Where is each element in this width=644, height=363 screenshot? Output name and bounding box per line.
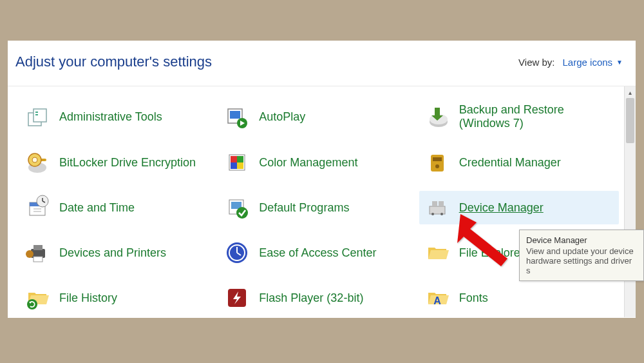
- control-panel-item-filehistory[interactable]: File History: [19, 281, 219, 315]
- fonts-icon: [424, 285, 450, 311]
- credential-icon: [424, 150, 450, 175]
- control-panel-item-color[interactable]: Color Management: [219, 146, 419, 179]
- view-by-dropdown[interactable]: Large icons ▼: [563, 57, 623, 68]
- item-label: Devices and Printers: [59, 246, 166, 260]
- item-label: Default Programs: [259, 201, 349, 215]
- view-by-label: View by:: [518, 57, 554, 68]
- color-icon: [224, 150, 250, 175]
- control-panel-item-backup[interactable]: Backup and Restore (Windows 7): [419, 99, 619, 134]
- item-label: BitLocker Drive Encryption: [59, 156, 196, 170]
- control-panel-item-device-manager[interactable]: Device Manager: [419, 191, 619, 224]
- item-label: Date and Time: [59, 201, 135, 215]
- chevron-down-icon: ▼: [616, 59, 623, 66]
- item-label: Ease of Access Center: [259, 246, 376, 260]
- tooltip: Device Manager View and update your devi…: [519, 230, 644, 281]
- fileexplorer-icon: [424, 240, 450, 266]
- control-panel-item-bitlocker[interactable]: BitLocker Drive Encryption: [19, 146, 219, 179]
- control-panel-item-devices-printers[interactable]: Devices and Printers: [19, 236, 219, 270]
- view-by-value-text: Large icons: [563, 57, 613, 68]
- admin-tools-icon: [24, 104, 50, 130]
- page-title: Adjust your computer's settings: [15, 54, 212, 70]
- bitlocker-icon: [24, 150, 50, 175]
- item-label: File History: [59, 291, 117, 305]
- scroll-thumb[interactable]: [626, 98, 634, 143]
- control-panel-item-flash[interactable]: Flash Player (32-bit): [219, 281, 419, 315]
- control-panel-item-default-programs[interactable]: Default Programs: [219, 191, 419, 224]
- default-programs-icon: [224, 195, 250, 221]
- ease-icon: [224, 240, 250, 266]
- control-panel-item-admin-tools[interactable]: Administrative Tools: [19, 99, 219, 134]
- view-by-control: View by: Large icons ▼: [518, 57, 623, 68]
- control-panel-item-credential[interactable]: Credential Manager: [419, 146, 619, 179]
- item-label: Flash Player (32-bit): [259, 291, 363, 305]
- item-label: Credential Manager: [459, 156, 561, 170]
- autoplay-icon: [224, 104, 250, 130]
- vertical-scrollbar[interactable]: ▴: [624, 86, 636, 317]
- item-label: Fonts: [459, 291, 488, 305]
- item-label: Color Management: [259, 156, 357, 170]
- date-icon: [24, 195, 50, 221]
- header-bar: Adjust your computer's settings View by:…: [8, 41, 636, 86]
- tooltip-title: Device Manager: [526, 235, 637, 245]
- control-panel-item-autoplay[interactable]: AutoPlay: [219, 99, 419, 134]
- control-panel-item-date[interactable]: Date and Time: [19, 191, 219, 224]
- items-scroll-region: Administrative ToolsAutoPlayBackup and R…: [8, 86, 624, 317]
- scroll-up-arrow[interactable]: ▴: [625, 86, 636, 98]
- content-area: Administrative ToolsAutoPlayBackup and R…: [8, 86, 636, 317]
- item-label: Device Manager: [459, 201, 544, 215]
- items-grid: Administrative ToolsAutoPlayBackup and R…: [19, 99, 619, 315]
- control-panel-item-fonts[interactable]: Fonts: [419, 281, 619, 315]
- backup-icon: [424, 104, 450, 130]
- tooltip-body: View and update your device hardware set…: [526, 246, 637, 275]
- item-label: AutoPlay: [259, 110, 305, 124]
- flash-icon: [224, 285, 250, 311]
- item-label: Administrative Tools: [59, 110, 162, 124]
- item-label: Backup and Restore (Windows 7): [459, 103, 614, 130]
- control-panel-item-ease[interactable]: Ease of Access Center: [219, 236, 419, 270]
- filehistory-icon: [24, 285, 50, 311]
- devices-printers-icon: [24, 240, 50, 266]
- device-manager-icon: [424, 195, 450, 221]
